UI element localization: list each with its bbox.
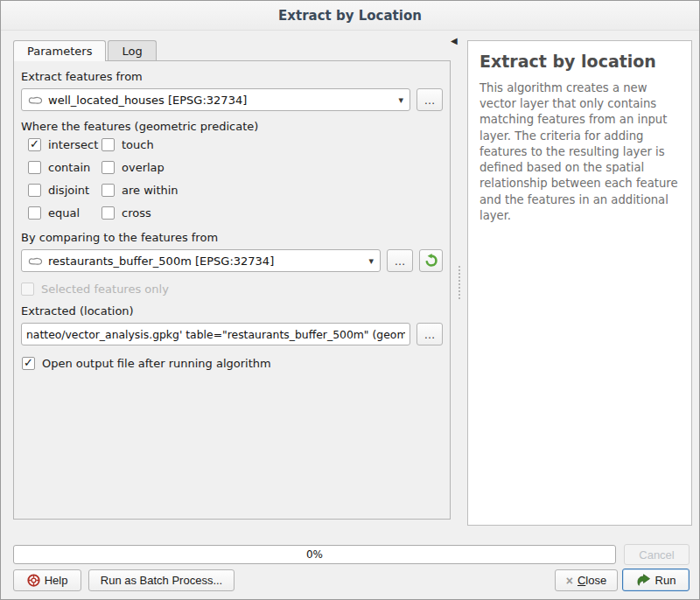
iterate-layer-button[interactable] bbox=[419, 249, 443, 272]
extract-by-location-dialog: Extract by Location Parameters Log Extra… bbox=[0, 0, 700, 600]
predicate-label-text: contain bbox=[48, 161, 90, 174]
cancel-button[interactable]: Cancel bbox=[624, 544, 690, 565]
close-x-icon: × bbox=[566, 575, 573, 587]
chevron-down-icon: ▾ bbox=[398, 94, 403, 106]
output-browse-button[interactable]: … bbox=[416, 323, 443, 345]
compare-layer-label: By comparing to the features from bbox=[21, 231, 443, 244]
help-title: Extract by location bbox=[480, 52, 680, 71]
check-icon: ✓ bbox=[30, 138, 39, 150]
selected-features-only-label: Selected features only bbox=[41, 283, 169, 296]
checkbox-checked: ✓ bbox=[22, 357, 35, 370]
checkbox-disabled bbox=[21, 283, 34, 296]
selected-features-only-checkbox: Selected features only bbox=[21, 283, 443, 296]
predicate-cross[interactable]: cross bbox=[102, 206, 443, 220]
predicate-disjoint[interactable]: disjoint bbox=[28, 184, 102, 197]
predicate-label-text: cross bbox=[122, 206, 151, 220]
progress-value: 0% bbox=[306, 548, 323, 561]
predicate-are-within[interactable]: are within bbox=[102, 184, 443, 197]
predicate-equal[interactable]: equal bbox=[28, 206, 102, 220]
predicate-label-text: disjoint bbox=[48, 184, 89, 197]
checkbox-unchecked bbox=[28, 206, 41, 220]
tab-log-label: Log bbox=[122, 45, 142, 58]
polygon-layer-icon bbox=[28, 94, 44, 105]
run-label: Run bbox=[655, 574, 676, 587]
parameters-panel: Extract features from well_located_house… bbox=[13, 60, 451, 520]
predicate-intersect[interactable]: ✓ intersect bbox=[28, 138, 102, 151]
checkbox-unchecked bbox=[102, 206, 115, 220]
progress-bar: 0% bbox=[13, 545, 616, 564]
checkbox-unchecked bbox=[102, 184, 115, 197]
collapse-help-panel-icon[interactable]: ◀ bbox=[451, 36, 458, 45]
output-label: Extracted (location) bbox=[21, 304, 443, 317]
window-title: Extract by Location bbox=[278, 8, 422, 24]
help-panel: Extract by location This algorithm creat… bbox=[467, 40, 692, 526]
cancel-label: Cancel bbox=[639, 548, 674, 562]
predicate-label-text: are within bbox=[122, 184, 178, 197]
input-layer-combobox[interactable]: well_located_houses [EPSG:32734] ▾ bbox=[21, 88, 410, 111]
checkbox-unchecked bbox=[28, 184, 41, 197]
open-output-label: Open output file after running algorithm bbox=[42, 357, 271, 370]
run-arrow-icon bbox=[636, 574, 651, 587]
predicate-label-text: overlap bbox=[122, 161, 164, 174]
help-lifebuoy-icon bbox=[27, 574, 40, 587]
checkbox-unchecked bbox=[102, 161, 115, 174]
predicate-touch[interactable]: touch bbox=[102, 138, 443, 151]
predicate-contain[interactable]: contain bbox=[28, 161, 102, 174]
output-path-input[interactable] bbox=[21, 323, 410, 345]
checkbox-unchecked bbox=[102, 138, 115, 151]
checkbox-unchecked bbox=[28, 161, 41, 174]
chevron-down-icon: ▾ bbox=[368, 255, 374, 267]
batch-label: Run as Batch Process... bbox=[101, 574, 222, 587]
compare-layer-browse-button[interactable]: … bbox=[387, 249, 413, 272]
predicate-overlap[interactable]: overlap bbox=[102, 161, 443, 174]
open-output-checkbox[interactable]: ✓ Open output file after running algorit… bbox=[22, 357, 443, 370]
predicate-label-text: touch bbox=[122, 138, 154, 151]
close-button[interactable]: × Close bbox=[555, 569, 618, 591]
checkbox-checked: ✓ bbox=[28, 138, 41, 151]
splitter-handle[interactable] bbox=[458, 266, 460, 299]
help-label: Help bbox=[45, 574, 68, 587]
input-layer-browse-button[interactable]: … bbox=[416, 88, 443, 111]
input-layer-label: Extract features from bbox=[21, 70, 443, 83]
compare-layer-value: restaurants_buffer_500m [EPSG:32734] bbox=[48, 255, 274, 268]
check-icon: ✓ bbox=[24, 357, 33, 368]
tab-parameters-label: Parameters bbox=[27, 45, 92, 58]
predicate-label: Where the features (geometric predicate) bbox=[21, 120, 443, 133]
tab-parameters[interactable]: Parameters bbox=[13, 40, 106, 61]
tab-bar: Parameters Log bbox=[13, 40, 158, 60]
predicate-grid: ✓ intersect touch contain overlap disjoi… bbox=[28, 138, 443, 220]
run-as-batch-button[interactable]: Run as Batch Process... bbox=[88, 569, 234, 591]
predicate-label-text: equal bbox=[48, 206, 80, 220]
tab-log[interactable]: Log bbox=[108, 40, 156, 60]
title-bar: Extract by Location bbox=[1, 1, 699, 31]
compare-layer-combobox[interactable]: restaurants_buffer_500m [EPSG:32734] ▾ bbox=[21, 249, 381, 272]
polygon-layer-icon bbox=[28, 255, 44, 266]
help-description: This algorithm creates a new vector laye… bbox=[480, 80, 680, 224]
close-label: Close bbox=[578, 574, 606, 587]
run-button[interactable]: Run bbox=[622, 569, 690, 591]
iterate-icon bbox=[424, 254, 438, 268]
help-button[interactable]: Help bbox=[13, 569, 81, 591]
predicate-label-text: intersect bbox=[48, 138, 98, 151]
input-layer-value: well_located_houses [EPSG:32734] bbox=[48, 94, 247, 107]
